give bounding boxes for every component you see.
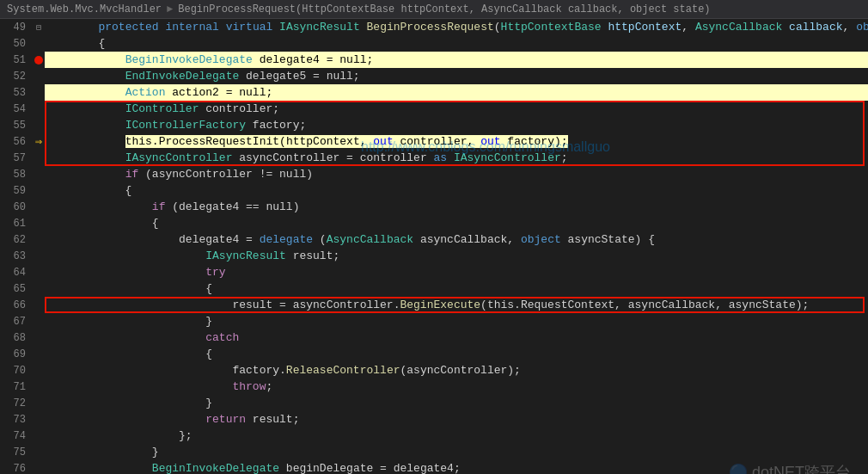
line-number: 61 — [0, 218, 33, 230]
line-content: BeginInvokeDelegate delegate4 = null; — [45, 52, 868, 68]
table-row: 68 catch — [0, 329, 868, 346]
table-row: 70 factory.ReleaseController(asyncContro… — [0, 362, 868, 379]
line-content: EndInvokeDelegate delegate5 = null; — [45, 68, 868, 84]
code-area: http://www.cnblogs.com/runningsmallguo 🔵… — [0, 19, 868, 474]
line-content: IControllerFactory factory; — [45, 117, 868, 133]
table-row: 56 ⇒ this.ProcessRequestInit(httpContext… — [0, 133, 868, 150]
red-border-group-66: 66 result = asyncController.BeginExecute… — [0, 297, 868, 313]
line-content: if (asyncController != null) — [45, 166, 868, 182]
table-row: 66 result = asyncController.BeginExecute… — [0, 297, 868, 313]
line-content: if (delegate4 == null) — [45, 199, 868, 215]
line-number: 64 — [0, 267, 33, 279]
line-number: 68 — [0, 332, 33, 344]
table-row: 59 { — [0, 182, 868, 199]
breakpoint-icon — [34, 56, 43, 65]
line-number: 69 — [0, 348, 33, 360]
table-row: 53 Action action2 = null; — [0, 84, 868, 101]
line-number: 62 — [0, 234, 33, 246]
line-number: 49 — [0, 22, 33, 34]
line-number: 54 — [0, 103, 33, 115]
title-bar: System.Web.Mvc.MvcHandler ► BeginProcess… — [0, 0, 868, 19]
line-gutter-arrow: ⇒ — [33, 134, 45, 149]
expand-icon: ⊟ — [36, 22, 41, 33]
table-row: 76 BeginInvokeDelegate beginDelegate = d… — [0, 460, 868, 474]
line-number: 57 — [0, 152, 33, 164]
line-content: throw; — [45, 379, 868, 395]
line-gutter-breakpoint — [33, 56, 45, 65]
line-content: result = asyncController.BeginExecute(th… — [45, 297, 868, 313]
arrow-icon: ⇒ — [35, 134, 42, 149]
line-content: delegate4 = delegate (AsyncCallback asyn… — [45, 231, 868, 248]
table-row: 73 return result; — [0, 411, 868, 428]
line-content: IController controller; — [45, 101, 868, 117]
line-content: { — [45, 35, 868, 52]
line-number: 76 — [0, 463, 33, 475]
line-number: 58 — [0, 169, 33, 181]
table-row: 65 { — [0, 280, 868, 297]
line-number: 65 — [0, 283, 33, 295]
table-row: 55 IControllerFactory factory; — [0, 117, 868, 133]
line-content: try — [45, 264, 868, 280]
line-content: factory.ReleaseController(asyncControlle… — [45, 362, 868, 379]
line-number: 59 — [0, 185, 33, 197]
line-number: 51 — [0, 54, 33, 66]
line-content: }; — [45, 428, 868, 444]
table-row: 50 { — [0, 35, 868, 52]
table-row: 52 EndInvokeDelegate delegate5 = null; — [0, 68, 868, 84]
line-number: 63 — [0, 250, 33, 262]
line-content: Action action2 = null; — [45, 84, 868, 101]
separator: ► — [167, 3, 173, 15]
line-gutter: ⊟ — [33, 22, 45, 33]
table-row: 75 } — [0, 444, 868, 460]
ide-window: System.Web.Mvc.MvcHandler ► BeginProcess… — [0, 0, 868, 474]
line-number: 52 — [0, 71, 33, 83]
table-row: 74 }; — [0, 428, 868, 444]
line-content: return result; — [45, 411, 868, 428]
table-row: 60 if (delegate4 == null) — [0, 199, 868, 215]
line-content: { — [45, 215, 868, 231]
table-row: 49 ⊟ protected internal virtual IAsyncRe… — [0, 19, 868, 35]
file-path: System.Web.Mvc.MvcHandler — [7, 3, 162, 15]
line-number: 71 — [0, 381, 33, 393]
line-content: IAsyncResult result; — [45, 248, 868, 264]
line-content: { — [45, 182, 868, 199]
line-content: this.ProcessRequestInit(httpContext, out… — [45, 133, 868, 150]
line-number: 73 — [0, 414, 33, 426]
line-number: 50 — [0, 38, 33, 50]
line-content: { — [45, 280, 868, 297]
line-content: BeginInvokeDelegate beginDelegate = dele… — [45, 460, 868, 474]
line-number: 70 — [0, 365, 33, 377]
line-number: 56 — [0, 136, 33, 148]
line-content: IAsyncController asyncController = contr… — [45, 150, 868, 166]
line-number: 66 — [0, 299, 33, 311]
line-number: 74 — [0, 430, 33, 442]
red-border-group-54-57: 54 IController controller; 55 IControlle… — [0, 101, 868, 166]
table-row: 64 try — [0, 264, 868, 280]
line-content: { — [45, 346, 868, 362]
line-number: 67 — [0, 316, 33, 328]
table-row: 71 throw; — [0, 379, 868, 395]
line-content: catch — [45, 329, 868, 346]
table-row: 54 IController controller; — [0, 101, 868, 117]
table-row: 63 IAsyncResult result; — [0, 248, 868, 264]
table-row: 72 } — [0, 395, 868, 411]
line-number: 53 — [0, 87, 33, 99]
table-row: 51 BeginInvokeDelegate delegate4 = null; — [0, 52, 868, 68]
table-row: 57 IAsyncController asyncController = co… — [0, 150, 868, 166]
method-signature: BeginProcessRequest(HttpContextBase http… — [178, 3, 710, 15]
table-row: 69 { — [0, 346, 868, 362]
line-content: } — [45, 444, 868, 460]
line-content: } — [45, 395, 868, 411]
line-number: 60 — [0, 201, 33, 213]
table-row: 62 delegate4 = delegate (AsyncCallback a… — [0, 231, 868, 248]
table-row: 67 } — [0, 313, 868, 329]
line-number: 55 — [0, 120, 33, 132]
line-content: protected internal virtual IAsyncResult … — [45, 19, 868, 35]
table-row: 61 { — [0, 215, 868, 231]
table-row: 58 if (asyncController != null) — [0, 166, 868, 182]
line-content: } — [45, 313, 868, 329]
line-number: 72 — [0, 397, 33, 409]
line-number: 75 — [0, 446, 33, 459]
